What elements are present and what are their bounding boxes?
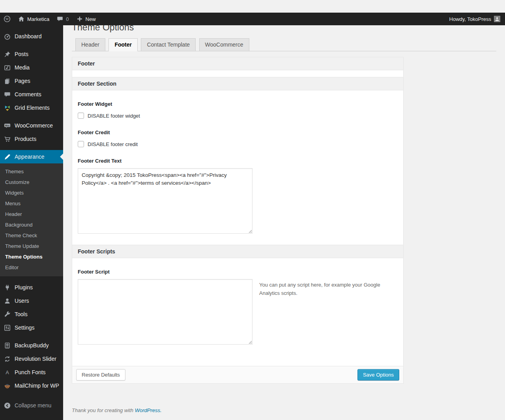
sidebar-item-label: Punch Fonts bbox=[15, 369, 46, 375]
sidebar-item-label: BackupBuddy bbox=[15, 342, 49, 349]
sidebar-item-mailchimp[interactable]: MailChimp for WP bbox=[0, 379, 63, 392]
main-content: Theme Options Header Footer Contact Temp… bbox=[63, 13, 505, 420]
disable-footer-credit-label: DISABLE footer credit bbox=[88, 141, 138, 147]
submenu-item-editor[interactable]: Editor bbox=[0, 262, 63, 273]
settings-icon bbox=[4, 324, 11, 332]
submenu-item-theme-check[interactable]: Theme Check bbox=[0, 230, 63, 241]
sidebar-item-label: Plugins bbox=[15, 284, 33, 291]
pin-icon bbox=[4, 51, 11, 58]
grid-elements-icon bbox=[4, 104, 11, 112]
thanks-text: Thank you for creating with bbox=[72, 407, 135, 413]
sidebar-item-punch-fonts[interactable]: A Punch Fonts bbox=[0, 366, 63, 379]
mailchimp-icon bbox=[4, 382, 11, 390]
site-name-menu[interactable]: Marketica bbox=[14, 13, 53, 25]
comments-menu[interactable]: 0 bbox=[53, 13, 72, 25]
collapse-menu-button[interactable]: Collapse menu bbox=[0, 399, 63, 412]
disable-footer-widget-label: DISABLE footer widget bbox=[88, 113, 140, 119]
wordpress-admin: W Marketica 0 New Howdy, TokoPress bbox=[0, 13, 505, 420]
submenu-item-themes[interactable]: Themes bbox=[0, 166, 63, 177]
appearance-submenu: Themes Customize Widgets Menus Header Ba… bbox=[0, 163, 63, 276]
user-icon bbox=[4, 297, 11, 305]
sidebar-item-label: WooCommerce bbox=[15, 122, 53, 129]
svg-text:A: A bbox=[6, 369, 9, 375]
sidebar-item-label: Grid Elements bbox=[15, 105, 50, 111]
woocommerce-icon: Woo bbox=[4, 122, 11, 129]
backup-icon bbox=[4, 342, 11, 349]
sidebar-item-grid-elements[interactable]: Grid Elements bbox=[0, 101, 63, 114]
sidebar-item-tools[interactable]: Tools bbox=[0, 308, 63, 321]
sidebar-item-woocommerce[interactable]: Woo WooCommerce bbox=[0, 119, 63, 132]
sidebar-item-label: Media bbox=[15, 64, 30, 71]
footer-script-help-text: You can put any script here, for example… bbox=[259, 281, 382, 345]
media-icon bbox=[4, 64, 11, 71]
tab-header[interactable]: Header bbox=[75, 38, 105, 51]
footer-section-bar[interactable]: Footer Section bbox=[72, 77, 403, 90]
dashboard-icon bbox=[4, 33, 11, 40]
footer-widget-label: Footer Widget bbox=[78, 90, 398, 107]
wordpress-logo-icon: W bbox=[4, 15, 11, 22]
plug-icon bbox=[4, 284, 11, 291]
submenu-item-header[interactable]: Header bbox=[0, 209, 63, 219]
tab-bar: Header Footer Contact Template WooCommer… bbox=[72, 38, 496, 51]
sidebar-item-label: Settings bbox=[15, 324, 35, 331]
sidebar-item-label: Dashboard bbox=[15, 33, 42, 39]
sidebar-item-plugins[interactable]: Plugins bbox=[0, 281, 63, 294]
disable-footer-widget-checkbox[interactable] bbox=[78, 112, 84, 119]
save-options-button[interactable]: Save Options bbox=[357, 369, 399, 381]
sidebar-item-label: Products bbox=[15, 136, 36, 142]
sidebar-item-label: MailChimp for WP bbox=[15, 382, 59, 389]
wp-logo-menu[interactable]: W bbox=[0, 13, 14, 25]
sidebar-item-pages[interactable]: Pages bbox=[0, 74, 63, 88]
panel-gap bbox=[72, 70, 403, 77]
tab-woocommerce[interactable]: WooCommerce bbox=[199, 38, 249, 51]
site-name: Marketica bbox=[27, 16, 49, 22]
howdy-account-menu[interactable]: Howdy, TokoPress bbox=[449, 16, 491, 22]
sidebar-item-backupbuddy[interactable]: BackupBuddy bbox=[0, 339, 63, 352]
disable-footer-credit-checkbox[interactable] bbox=[78, 141, 84, 147]
sidebar-item-dashboard[interactable]: Dashboard bbox=[0, 30, 63, 43]
sidebar-item-revolution-slider[interactable]: Revolution Slider bbox=[0, 352, 63, 366]
sidebar-item-users[interactable]: Users bbox=[0, 294, 63, 308]
footer-widget-checkbox-row: DISABLE footer widget bbox=[78, 112, 398, 119]
new-label: New bbox=[86, 16, 96, 22]
footer-thanks: Thank you for creating with WordPress. bbox=[72, 407, 162, 413]
panel-footer: Restore Defaults Save Options bbox=[72, 366, 403, 383]
avatar[interactable] bbox=[494, 16, 500, 22]
footer-credit-label: Footer Credit bbox=[78, 119, 398, 135]
footer-credit-text-input[interactable]: Copyright &copy; 2015 TokoPress<span><a … bbox=[78, 168, 252, 234]
footer-credit-text-label: Footer Credit Text bbox=[78, 147, 398, 164]
submenu-item-background[interactable]: Background bbox=[0, 219, 63, 230]
comment-bubble-icon bbox=[56, 15, 64, 22]
footer-scripts-bar[interactable]: Footer Scripts bbox=[72, 245, 403, 258]
submenu-item-menus[interactable]: Menus bbox=[0, 198, 63, 209]
theme-options-panel: Footer Footer Section Footer Widget DISA… bbox=[72, 57, 404, 384]
footer-credit-checkbox-row: DISABLE footer credit bbox=[78, 141, 398, 147]
restore-defaults-button[interactable]: Restore Defaults bbox=[76, 369, 125, 381]
wrench-icon bbox=[4, 311, 11, 318]
tab-footer[interactable]: Footer bbox=[108, 38, 138, 51]
comments-count: 0 bbox=[66, 16, 69, 22]
sidebar-item-label: Comments bbox=[15, 91, 41, 98]
submenu-item-customize[interactable]: Customize bbox=[0, 177, 63, 188]
sidebar-item-label: Tools bbox=[15, 311, 28, 317]
tab-contact-template[interactable]: Contact Template bbox=[141, 38, 196, 51]
sidebar-item-comments[interactable]: Comments bbox=[0, 88, 63, 101]
sidebar-item-settings[interactable]: Settings bbox=[0, 321, 63, 334]
submenu-item-widgets[interactable]: Widgets bbox=[0, 188, 63, 198]
sidebar-item-media[interactable]: Media bbox=[0, 61, 63, 74]
brush-icon bbox=[4, 153, 11, 161]
admin-footer: Thank you for creating with WordPress. V… bbox=[72, 407, 505, 413]
home-icon bbox=[18, 15, 25, 22]
sidebar-item-appearance[interactable]: Appearance bbox=[0, 150, 63, 163]
new-content-menu[interactable]: New bbox=[73, 13, 99, 25]
sidebar-item-products[interactable]: Products bbox=[0, 132, 63, 146]
submenu-item-theme-options[interactable]: Theme Options bbox=[0, 251, 63, 262]
submenu-item-theme-update[interactable]: Theme Update bbox=[0, 241, 63, 251]
wordpress-link[interactable]: WordPress. bbox=[135, 407, 162, 413]
sidebar-item-posts[interactable]: Posts bbox=[0, 47, 63, 61]
footer-script-input[interactable] bbox=[78, 279, 252, 345]
panel-header-bar[interactable]: Footer bbox=[72, 57, 403, 70]
collapse-menu-label: Collapse menu bbox=[15, 402, 51, 409]
admin-bar: W Marketica 0 New Howdy, TokoPress bbox=[0, 13, 505, 25]
letter-a-icon: A bbox=[4, 369, 11, 376]
